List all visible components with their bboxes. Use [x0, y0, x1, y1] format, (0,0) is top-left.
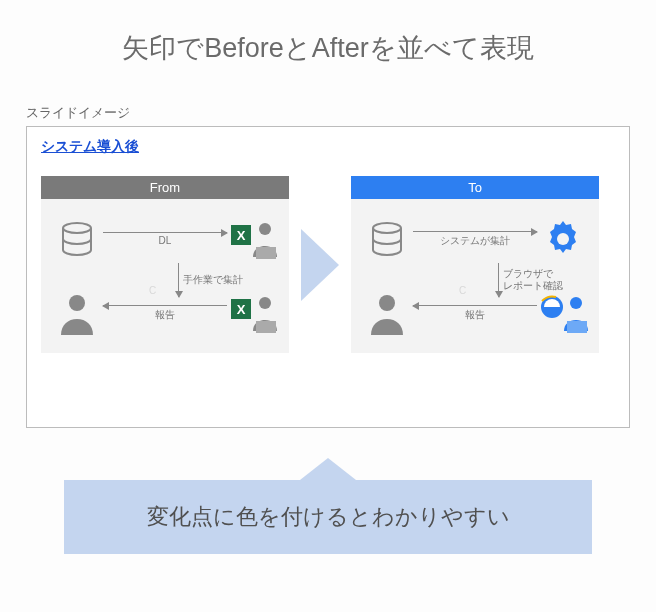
person-icon [51, 287, 103, 339]
slide-container: システム導入後 From DL X C [26, 126, 630, 428]
svg-point-8 [373, 223, 401, 233]
browser-label: ブラウザで レポート確認 [503, 268, 563, 292]
report-label-to: 報告 [465, 308, 485, 322]
from-panel: From DL X C 手作業で集計 [41, 176, 289, 353]
person-icon [361, 287, 413, 339]
svg-point-4 [69, 295, 85, 311]
slide-title-link[interactable]: システム導入後 [41, 138, 139, 154]
c-label-to: C [459, 285, 466, 296]
svg-point-9 [557, 233, 569, 245]
manual-label: 手作業で集計 [183, 274, 243, 286]
database-icon [51, 213, 103, 265]
svg-rect-13 [567, 321, 587, 333]
svg-point-2 [259, 223, 271, 235]
page-title: 矢印でBeforeとAfterを並べて表現 [0, 0, 656, 86]
svg-text:X: X [237, 228, 246, 243]
svg-point-6 [259, 297, 271, 309]
system-arrow: システムが集計 [413, 231, 537, 248]
to-panel: To システムが集計 C ブラウザで レ [351, 176, 599, 353]
svg-point-10 [379, 295, 395, 311]
report-label-from: 報告 [155, 308, 175, 322]
browser-arrow: ブラウザで レポート確認 [498, 263, 563, 297]
footer-callout: 変化点に色を付けるとわかりやすい [64, 458, 592, 554]
excel-user-icon: X [227, 213, 279, 265]
from-header: From [41, 176, 289, 199]
panels-row: From DL X C 手作業で集計 [41, 176, 615, 353]
report-arrow-from: 報告 [103, 305, 227, 322]
manual-arrow: 手作業で集計 [178, 263, 243, 297]
callout-pointer-icon [300, 458, 356, 480]
database-icon [361, 213, 413, 265]
system-label: システムが集計 [440, 234, 510, 248]
svg-text:X: X [237, 302, 246, 317]
dl-label: DL [159, 235, 172, 246]
report-arrow-to: 報告 [413, 305, 537, 322]
svg-rect-7 [256, 321, 276, 333]
footer-text: 変化点に色を付けるとわかりやすい [64, 480, 592, 554]
svg-point-0 [63, 223, 91, 233]
transition-chevron-icon [301, 229, 339, 301]
dl-arrow: DL [103, 232, 227, 246]
slide-image-label: スライドイメージ [26, 104, 656, 122]
c-label-from: C [149, 285, 156, 296]
svg-rect-3 [256, 247, 276, 259]
gear-icon [537, 213, 589, 265]
to-header: To [351, 176, 599, 199]
svg-point-12 [570, 297, 582, 309]
